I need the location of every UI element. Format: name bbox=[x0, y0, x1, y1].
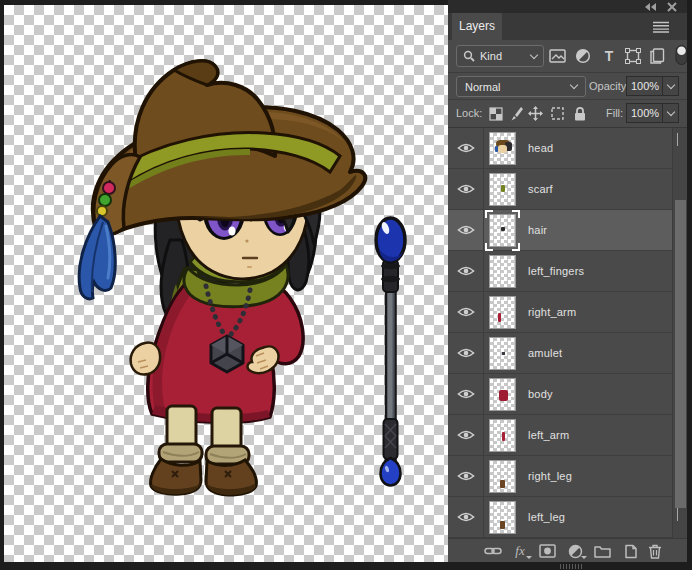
layer-thumbnail[interactable] bbox=[489, 460, 516, 493]
adjustment-layer-filter-icon[interactable] bbox=[574, 47, 592, 65]
eye-icon bbox=[457, 265, 475, 277]
kind-filter-value: Kind bbox=[480, 50, 526, 62]
layer-name[interactable]: scarf bbox=[528, 169, 553, 210]
opacity-label: Opacity: bbox=[589, 80, 629, 92]
layer-name[interactable]: left_arm bbox=[528, 415, 569, 456]
layer-name[interactable]: amulet bbox=[528, 333, 562, 374]
layer-name[interactable]: right_leg bbox=[528, 456, 572, 497]
layers-panel: Layers Kind T bbox=[448, 0, 692, 570]
layer-row-scarf[interactable]: scarf bbox=[448, 169, 672, 210]
lock-position-icon[interactable] bbox=[528, 106, 543, 121]
lock-transparency-icon[interactable] bbox=[488, 106, 503, 121]
layer-name[interactable]: body bbox=[528, 374, 553, 415]
eye-icon bbox=[457, 224, 475, 236]
layer-name[interactable]: left_leg bbox=[528, 497, 565, 538]
shape-layer-filter-icon[interactable] bbox=[624, 47, 642, 65]
visibility-toggle[interactable] bbox=[448, 456, 484, 496]
search-icon bbox=[463, 50, 475, 62]
close-icon[interactable] bbox=[665, 2, 679, 12]
panel-tabbar: Layers bbox=[448, 13, 687, 40]
layer-thumbnail[interactable] bbox=[489, 173, 516, 206]
new-adjustment-layer-icon[interactable] bbox=[566, 542, 584, 560]
eye-icon bbox=[457, 306, 475, 318]
layers-scrollbar[interactable] bbox=[672, 128, 687, 538]
window-frame-bottom bbox=[0, 562, 448, 570]
blend-mode-dropdown[interactable]: Normal bbox=[456, 76, 586, 97]
filter-row: Kind T bbox=[448, 40, 687, 73]
link-layers-icon[interactable] bbox=[484, 542, 502, 560]
collapse-panels-icon[interactable] bbox=[643, 2, 657, 12]
lock-all-icon[interactable] bbox=[572, 106, 587, 121]
character-art bbox=[79, 61, 365, 495]
visibility-toggle[interactable] bbox=[448, 333, 484, 373]
layer-row-right_leg[interactable]: right_leg bbox=[448, 456, 672, 497]
layer-thumbnail[interactable] bbox=[489, 255, 516, 288]
delete-layer-icon[interactable] bbox=[646, 542, 664, 560]
layer-thumbnail[interactable] bbox=[489, 296, 516, 329]
layer-row-left_arm[interactable]: left_arm bbox=[448, 415, 672, 456]
visibility-toggle[interactable] bbox=[448, 374, 484, 414]
panel-dock-header bbox=[448, 0, 687, 13]
eye-icon bbox=[457, 511, 475, 523]
add-layer-mask-icon[interactable] bbox=[538, 542, 556, 560]
layer-name[interactable]: right_arm bbox=[528, 292, 576, 333]
visibility-toggle[interactable] bbox=[448, 169, 484, 209]
panel-resize-grip[interactable] bbox=[560, 564, 582, 569]
layer-thumbnail[interactable] bbox=[489, 501, 516, 534]
visibility-toggle[interactable] bbox=[448, 210, 484, 250]
eye-icon bbox=[457, 142, 475, 154]
layer-row-right_arm[interactable]: right_arm bbox=[448, 292, 672, 333]
smart-object-filter-icon[interactable] bbox=[648, 47, 666, 65]
tab-layers[interactable]: Layers bbox=[452, 13, 502, 40]
new-group-icon[interactable] bbox=[593, 542, 611, 560]
kind-filter-dropdown[interactable]: Kind bbox=[456, 45, 544, 67]
blend-mode-value: Normal bbox=[465, 81, 571, 93]
new-layer-icon[interactable] bbox=[620, 542, 638, 560]
panel-bottom-bar bbox=[448, 562, 687, 570]
panel-right-edge bbox=[687, 0, 692, 570]
lock-label: Lock: bbox=[456, 107, 482, 119]
visibility-toggle[interactable] bbox=[448, 415, 484, 455]
visibility-toggle[interactable] bbox=[448, 128, 484, 168]
scrollbar-thumb[interactable] bbox=[675, 200, 686, 508]
layer-row-left_leg[interactable]: left_leg bbox=[448, 497, 672, 538]
fill-value[interactable]: 100% bbox=[626, 103, 663, 123]
window-frame-left bbox=[0, 0, 4, 570]
opacity-value[interactable]: 100% bbox=[626, 76, 663, 96]
canvas[interactable] bbox=[4, 5, 448, 562]
visibility-toggle[interactable] bbox=[448, 292, 484, 332]
panel-menu-icon[interactable] bbox=[653, 21, 669, 33]
visibility-toggle[interactable] bbox=[448, 497, 484, 537]
layer-thumbnail[interactable] bbox=[489, 378, 516, 411]
opacity-dropdown-button[interactable] bbox=[662, 76, 679, 96]
staff-art bbox=[376, 218, 405, 486]
type-layer-filter-icon[interactable]: T bbox=[600, 47, 618, 65]
layer-row-amulet[interactable]: amulet bbox=[448, 333, 672, 374]
layer-thumbnail[interactable] bbox=[489, 419, 516, 452]
visibility-toggle[interactable] bbox=[448, 251, 484, 291]
layer-name[interactable]: head bbox=[528, 128, 553, 169]
layer-name[interactable]: left_fingers bbox=[528, 251, 584, 292]
scroll-up-icon[interactable] bbox=[677, 134, 678, 146]
layer-row-hair[interactable]: hair bbox=[448, 210, 672, 251]
layer-row-head[interactable]: head bbox=[448, 128, 672, 169]
layer-row-left_fingers[interactable]: left_fingers bbox=[448, 251, 672, 292]
layer-thumbnail[interactable] bbox=[489, 132, 516, 165]
scroll-down-icon[interactable] bbox=[677, 508, 678, 520]
layer-thumbnail[interactable] bbox=[489, 214, 516, 247]
layer-row-body[interactable]: body bbox=[448, 374, 672, 415]
lock-pixels-icon[interactable] bbox=[508, 106, 523, 121]
eye-icon bbox=[457, 347, 475, 359]
layer-thumbnail[interactable] bbox=[489, 337, 516, 370]
character-artwork bbox=[4, 5, 448, 562]
eye-icon bbox=[457, 470, 475, 482]
window-frame-top bbox=[0, 0, 448, 5]
pixel-layer-filter-icon[interactable] bbox=[548, 47, 566, 65]
chevron-down-icon bbox=[570, 81, 578, 89]
layer-style-icon[interactable]: fx bbox=[511, 542, 529, 560]
lock-row: Lock: Fill: 100% bbox=[448, 100, 687, 128]
lock-artboard-icon[interactable] bbox=[550, 106, 565, 121]
chevron-down-icon bbox=[530, 50, 538, 58]
layer-name[interactable]: hair bbox=[528, 210, 547, 251]
fill-dropdown-button[interactable] bbox=[662, 103, 679, 123]
